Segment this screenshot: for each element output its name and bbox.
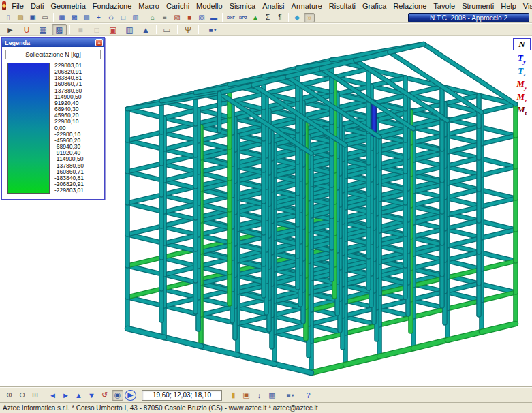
grid-settings-icon[interactable]: ▦ [266,390,278,401]
extents-glyph: ◇ [108,14,114,21]
menu-grafica[interactable]: Grafica [359,1,390,11]
result-component-mz[interactable]: Mz [513,91,531,104]
mesh-grid-icon[interactable]: ▩ [69,13,80,22]
export-image-icon[interactable]: ↓ [253,390,265,401]
print-icon[interactable]: ▭ [40,13,50,22]
beam-release-icon[interactable]: U [19,24,34,35]
wall-icon[interactable]: ▨ [172,13,183,22]
zoom-window-icon[interactable]: ⊞ [29,390,41,401]
menu-carichi[interactable]: Carichi [163,1,193,11]
toolbar-separator [53,13,54,22]
bottom-toolbar-left: ⊕⊖⊞◄►▲▼↺◉▶ [3,390,137,401]
legend-titlebar[interactable]: Legenda × [2,38,104,47]
menu-dati[interactable]: Dati [27,1,48,11]
result-component-mt[interactable]: Mt [513,104,531,117]
design-code-badge: N.T.C. 2008 - Approccio 2 [408,13,529,22]
menu-geometria[interactable]: Geometria [47,1,89,11]
menu-fondazione[interactable]: Fondazione [89,1,136,11]
pan-left-icon[interactable]: ◄ [47,390,59,401]
menu-items: FileDatiGeometriaFondazioneMacroCarichiM… [8,1,532,11]
result-component-n[interactable]: N [513,38,531,50]
bpz-icon[interactable]: BPZ [238,13,249,22]
menu-strumenti[interactable]: Strumenti [458,1,497,11]
data-table-icon[interactable]: ▤ [81,13,92,22]
sum-icon[interactable]: Σ [262,13,273,22]
select-pointer-icon[interactable]: ► [3,24,18,35]
window-layout-dropdown-glyph: ▤ ▾ [287,393,294,397]
brick-icon[interactable]: ■ [184,13,195,22]
pan-up-icon[interactable]: ▲ [73,390,84,401]
node-grid-icon[interactable]: ▦ [57,13,67,22]
stairs-glyph: ≡ [163,14,167,21]
toolbar-separator [69,25,70,34]
brick-glyph: ■ [187,14,191,21]
menu-file[interactable]: File [8,1,27,11]
wire-frame-icon[interactable]: ▦ [35,24,50,35]
menu-viste[interactable]: Viste [520,1,532,11]
result-component-strip: NTyTzMyMzMt [513,38,531,117]
toolbar-separator [156,25,157,34]
menu-risultati[interactable]: Risultati [326,1,359,11]
zoom-out-icon[interactable]: ⊖ [16,390,28,401]
play-animation-icon[interactable]: ▶ [125,390,136,401]
beam-icon[interactable]: ▬ [208,13,219,22]
window-select-glyph: □ [94,25,99,35]
new-document-icon[interactable]: ▯ [3,13,14,22]
stairs-icon[interactable]: ≡ [159,13,170,22]
diagram-icon[interactable]: ▲ [138,24,153,35]
light-glyph: ☼ [306,14,312,21]
extents-icon[interactable]: ◇ [106,13,116,22]
measure-icon[interactable]: ▭ [159,24,174,35]
help-icon[interactable]: ? [302,390,314,401]
toolbar-top: N.T.C. 2008 - Approccio 2 ▯▤▣▭▦▩▤+◇□▥⌂≡▨… [0,12,532,23]
bottom-toolbar-right: ▮▣↓▦▤ ▾? [227,390,315,401]
snapshot-icon[interactable]: ▣ [240,390,252,401]
plan-view-icon[interactable]: □ [118,13,129,22]
coordinates-input[interactable] [142,390,222,401]
application-window: ◆ FileDatiGeometriaFondazioneMacroCarich… [0,0,532,413]
light-icon[interactable]: ☼ [304,13,315,22]
building-icon[interactable]: ⌂ [147,13,158,22]
tree-view-icon[interactable]: Ψ [181,24,195,35]
legend-panel: Legenda × Sollecitazione N [kg] 229803,0… [1,37,105,200]
save-icon[interactable]: ▣ [27,13,38,22]
building-glyph: ⌂ [151,14,155,21]
mode-shape-icon[interactable]: ▥ [122,24,137,35]
report-icon[interactable]: ¶ [275,13,285,22]
pan-right-icon[interactable]: ► [60,390,72,401]
render-icon[interactable]: ◆ [292,13,302,22]
menu-relazione[interactable]: Relazione [390,1,430,11]
dxf-export-icon[interactable]: DXF [225,13,236,22]
result-component-my[interactable]: My [513,78,531,91]
render-glyph: ◆ [294,14,300,21]
menu-macro[interactable]: Macro [135,1,163,11]
open-model-icon[interactable]: ▤ [15,13,26,22]
solid-frame-icon[interactable]: ▩ [52,24,67,35]
menu-armature[interactable]: Armature [288,1,326,11]
elevation-view-icon[interactable]: ▥ [130,13,141,22]
result-component-tz[interactable]: Tz [513,65,531,78]
pan-down-icon[interactable]: ▼ [86,390,97,401]
window-layout-dropdown[interactable]: ▤ ▾ [279,390,301,401]
dynamic-view-icon[interactable]: ◉ [112,390,123,401]
menu-help[interactable]: Help [497,1,520,11]
snapshot-glyph: ▣ [242,391,249,399]
render-model-icon[interactable]: ▣ [106,24,121,35]
materials-icon[interactable]: ▮ [228,390,239,401]
menu-sismica[interactable]: Sismica [226,1,260,11]
section-glyph: ▧ [198,14,204,21]
menu-analisi[interactable]: Analisi [259,1,287,11]
close-icon[interactable]: × [95,39,103,46]
menu-tavole[interactable]: Tavole [430,1,458,11]
view-mode-dropdown[interactable]: ▦ ▾ [202,24,223,35]
sum-glyph: Σ [266,14,270,21]
chart-icon[interactable]: ▲ [250,13,261,22]
menu-modello[interactable]: Modello [193,1,226,11]
axes-icon[interactable]: + [93,13,104,22]
result-component-ty[interactable]: Ty [513,52,531,65]
zoom-in-icon[interactable]: ⊕ [3,390,15,401]
play-animation-glyph: ▶ [127,391,133,399]
section-icon[interactable]: ▧ [196,13,207,22]
rotate-view-icon[interactable]: ↺ [99,390,110,401]
print-glyph: ▭ [42,14,48,21]
